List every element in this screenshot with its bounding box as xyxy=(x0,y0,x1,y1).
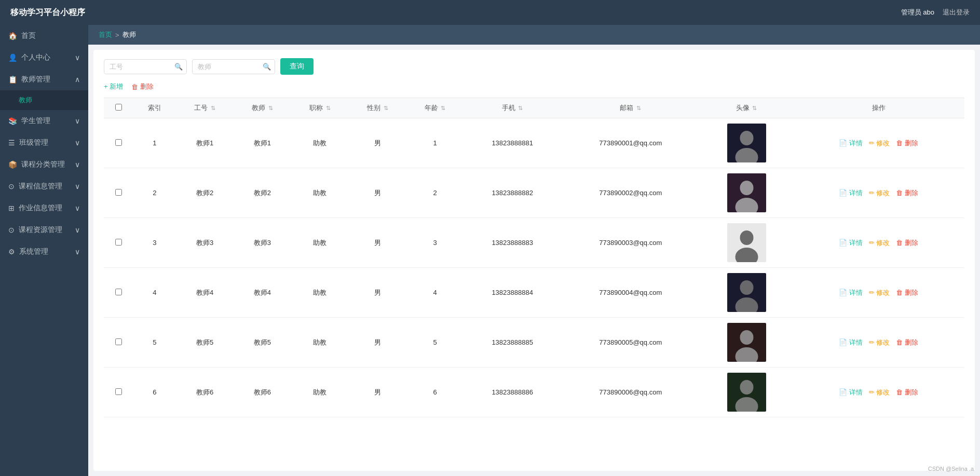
svg-point-4 xyxy=(740,230,753,245)
row-checkbox xyxy=(104,268,133,318)
svg-point-9 xyxy=(735,347,758,362)
detail-button[interactable]: 📄 详情 xyxy=(839,388,863,397)
sidebar-item-teacher[interactable]: 教师 xyxy=(0,90,88,110)
cell-index: 6 xyxy=(133,368,176,417)
col-phone[interactable]: 手机 ⇅ xyxy=(464,98,561,118)
sidebar-label-course-cat: 课程分类管理 xyxy=(21,160,65,169)
cell-gender: 男 xyxy=(349,168,406,218)
edit-button[interactable]: ✏ 修改 xyxy=(869,238,890,248)
row-select-checkbox[interactable] xyxy=(115,388,122,395)
course-cat-icon: 📦 xyxy=(8,160,17,169)
cell-avatar xyxy=(700,218,793,268)
cell-email: 773890003@qq.com xyxy=(561,218,700,268)
cell-gender: 男 xyxy=(349,318,406,368)
cell-teacher: 教师5 xyxy=(234,318,291,368)
svg-point-1 xyxy=(735,148,758,162)
svg-point-6 xyxy=(740,280,753,295)
detail-button[interactable]: 📄 详情 xyxy=(839,338,863,347)
cell-title: 助教 xyxy=(291,318,349,368)
row-select-checkbox[interactable] xyxy=(115,289,122,295)
detail-button[interactable]: 📄 详情 xyxy=(839,288,863,297)
teacher-search-icon[interactable]: 🔍 xyxy=(263,63,271,71)
row-checkbox xyxy=(104,318,133,368)
batch-delete-button[interactable]: 🗑 删除 xyxy=(131,82,154,91)
row-delete-button[interactable]: 🗑 删除 xyxy=(896,139,918,148)
table-row: 6 教师6 教师6 助教 男 6 13823888886 773890006@q… xyxy=(104,368,964,417)
table-row: 4 教师4 教师4 助教 男 4 13823888884 773890004@q… xyxy=(104,268,964,318)
row-delete-button[interactable]: 🗑 删除 xyxy=(896,238,918,248)
row-delete-button[interactable]: 🗑 删除 xyxy=(896,188,918,198)
table-header-row: 索引 工号 ⇅ 教师 ⇅ 职称 ⇅ 性别 ⇅ 年龄 ⇅ 手机 ⇅ 邮箱 ⇅ 头像… xyxy=(104,98,964,118)
select-all-checkbox[interactable] xyxy=(115,104,122,111)
cell-title: 助教 xyxy=(291,118,349,168)
student-mgmt-icon: 📚 xyxy=(8,117,17,125)
svg-point-8 xyxy=(740,330,753,345)
cell-index: 4 xyxy=(133,268,176,318)
sidebar-item-home[interactable]: 🏠 首页 xyxy=(0,25,88,47)
sidebar-label-class-mgmt: 班级管理 xyxy=(19,138,48,147)
chevron-down-icon5: ∨ xyxy=(75,182,80,191)
detail-button[interactable]: 📄 详情 xyxy=(839,188,863,198)
col-avatar[interactable]: 头像 ⇅ xyxy=(700,98,793,118)
svg-point-2 xyxy=(740,181,753,195)
user-info: 管理员 abo 退出登录 xyxy=(901,8,970,17)
svg-point-5 xyxy=(735,248,758,262)
sidebar-item-profile[interactable]: 👤 个人中心 ∨ xyxy=(0,47,88,69)
cell-email: 773890005@qq.com xyxy=(561,318,700,368)
sidebar-item-course-res[interactable]: ⊙ 课程资源管理 ∨ xyxy=(0,219,88,241)
sidebar-label-teacher-mgmt: 教师管理 xyxy=(21,75,50,84)
sidebar-item-course-info[interactable]: ⊙ 课程信息管理 ∨ xyxy=(0,175,88,197)
add-button[interactable]: + 新增 xyxy=(104,82,123,91)
detail-button[interactable]: 📄 详情 xyxy=(839,238,863,248)
row-select-checkbox[interactable] xyxy=(115,338,122,345)
app-title: 移动学习平台小程序 xyxy=(10,7,85,18)
sidebar-item-teacher-mgmt[interactable]: 📋 教师管理 ∧ xyxy=(0,69,88,90)
sidebar-label-profile: 个人中心 xyxy=(21,53,50,62)
col-gender[interactable]: 性别 ⇅ xyxy=(349,98,406,118)
col-worker-id[interactable]: 工号 ⇅ xyxy=(176,98,234,118)
cell-index: 3 xyxy=(133,218,176,268)
col-email[interactable]: 邮箱 ⇅ xyxy=(561,98,700,118)
row-checkbox xyxy=(104,368,133,417)
logout-button[interactable]: 退出登录 xyxy=(943,8,970,17)
cell-avatar xyxy=(700,268,793,318)
row-select-checkbox[interactable] xyxy=(115,189,122,196)
sidebar-item-student-mgmt[interactable]: 📚 学生管理 ∨ xyxy=(0,110,88,132)
edit-button[interactable]: ✏ 修改 xyxy=(869,188,890,198)
sort-icon-worker-id: ⇅ xyxy=(211,105,215,111)
sidebar-item-course-cat[interactable]: 📦 课程分类管理 ∨ xyxy=(0,154,88,175)
cell-index: 5 xyxy=(133,318,176,368)
row-select-checkbox[interactable] xyxy=(115,139,122,146)
worker-id-search-icon[interactable]: 🔍 xyxy=(174,63,183,71)
edit-button[interactable]: ✏ 修改 xyxy=(869,388,890,397)
cell-phone: 13823888884 xyxy=(464,268,561,318)
breadcrumb-home[interactable]: 首页 xyxy=(99,30,112,39)
edit-button[interactable]: ✏ 修改 xyxy=(869,288,890,297)
col-title[interactable]: 职称 ⇅ xyxy=(291,98,349,118)
cell-email: 773890006@qq.com xyxy=(561,368,700,417)
course-res-icon: ⊙ xyxy=(8,226,15,234)
chevron-down-icon2: ∨ xyxy=(75,117,80,125)
profile-icon: 👤 xyxy=(8,53,17,62)
cell-age: 2 xyxy=(406,168,464,218)
sidebar-item-class-mgmt[interactable]: ☰ 班级管理 ∨ xyxy=(0,132,88,154)
cell-phone: 13823888881 xyxy=(464,118,561,168)
row-delete-button[interactable]: 🗑 删除 xyxy=(896,288,918,297)
edit-button[interactable]: ✏ 修改 xyxy=(869,139,890,148)
chevron-down-icon4: ∨ xyxy=(75,160,80,169)
sort-icon-avatar: ⇅ xyxy=(752,105,757,111)
row-select-checkbox[interactable] xyxy=(115,239,122,246)
sort-icon-gender: ⇅ xyxy=(384,105,388,111)
sidebar-item-system[interactable]: ⚙ 系统管理 ∨ xyxy=(0,241,88,263)
row-delete-button[interactable]: 🗑 删除 xyxy=(896,388,918,397)
cell-gender: 男 xyxy=(349,218,406,268)
col-teacher[interactable]: 教师 ⇅ xyxy=(234,98,291,118)
cell-age: 3 xyxy=(406,218,464,268)
query-button[interactable]: 查询 xyxy=(280,58,314,75)
teacher-search-wrap: 🔍 xyxy=(192,59,275,74)
sidebar-item-homework[interactable]: ⊞ 作业信息管理 ∨ xyxy=(0,197,88,219)
row-delete-button[interactable]: 🗑 删除 xyxy=(896,338,918,347)
edit-button[interactable]: ✏ 修改 xyxy=(869,338,890,347)
detail-button[interactable]: 📄 详情 xyxy=(839,139,863,148)
col-age[interactable]: 年龄 ⇅ xyxy=(406,98,464,118)
